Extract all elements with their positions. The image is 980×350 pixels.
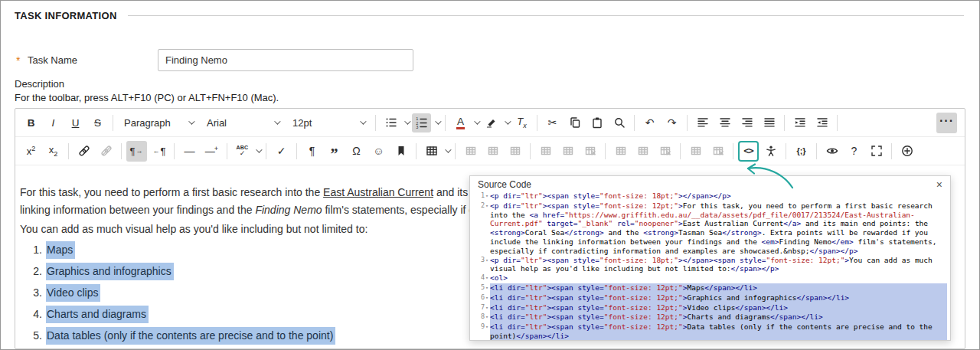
ltr-button[interactable]: ¶→ bbox=[126, 141, 147, 162]
preview-button[interactable] bbox=[822, 141, 842, 162]
strikethrough-button[interactable]: S bbox=[87, 113, 108, 133]
task-name-input[interactable] bbox=[158, 49, 413, 71]
chevron-down-icon bbox=[435, 118, 441, 124]
code-line: 8▾<li dir="ltr"><span style="font-size: … bbox=[470, 312, 947, 322]
dialog-title: Source Code bbox=[478, 179, 531, 190]
chevron-down-icon bbox=[274, 118, 280, 124]
table-op-icon bbox=[483, 142, 502, 161]
bold-button[interactable]: B bbox=[21, 113, 41, 133]
toolbar-separator bbox=[296, 143, 297, 159]
remove-link-button[interactable] bbox=[96, 141, 116, 162]
toolbar-separator bbox=[784, 115, 785, 131]
accept-suggestion-button[interactable]: ✓ bbox=[271, 141, 292, 162]
indent-icon bbox=[790, 113, 809, 132]
table-insert-col-after-button[interactable] bbox=[632, 141, 653, 162]
table-delete-row-button[interactable] bbox=[580, 141, 600, 162]
fold-arrow-icon: ▾ bbox=[485, 305, 488, 311]
close-icon[interactable]: × bbox=[935, 179, 944, 190]
toolbar-separator bbox=[174, 143, 175, 159]
align-center-button[interactable] bbox=[714, 113, 735, 133]
outdent-button[interactable] bbox=[812, 113, 832, 133]
highlight-color-button[interactable] bbox=[481, 113, 510, 133]
source-code-editor[interactable]: 1▾<p dir="ltr"><span style="font-size: 1… bbox=[470, 191, 950, 340]
table-properties-button[interactable] bbox=[685, 141, 706, 162]
pilcrow-icon: ¶ bbox=[302, 142, 322, 161]
list-item-number: 4. bbox=[31, 306, 42, 322]
blockquote-button[interactable]: ” bbox=[324, 141, 345, 162]
underline-button[interactable]: U bbox=[65, 113, 86, 133]
emoticons-button[interactable]: ☺ bbox=[368, 141, 389, 162]
search-button[interactable] bbox=[609, 113, 629, 133]
table-button[interactable] bbox=[421, 141, 450, 162]
paragraph-format-select[interactable]: Paragraph bbox=[118, 113, 199, 133]
superscript-button[interactable]: x2 bbox=[21, 141, 41, 162]
special-character-button[interactable]: Ω bbox=[346, 141, 367, 162]
font-size-select[interactable]: 12pt bbox=[286, 113, 371, 133]
east-australian-current-link[interactable]: East Australian Current bbox=[323, 186, 433, 198]
toolbar-separator bbox=[113, 115, 113, 131]
page-break-button[interactable]: —+ bbox=[201, 141, 222, 162]
more-toolbar-button[interactable]: ··· bbox=[936, 113, 957, 133]
line-number: 5▾ bbox=[470, 283, 490, 293]
hr-icon: — bbox=[180, 142, 199, 161]
list-ol-icon: 123 bbox=[412, 113, 431, 132]
toolbar-separator bbox=[445, 115, 446, 131]
code-sample-button[interactable]: {;} bbox=[791, 141, 812, 162]
spellcheck-button[interactable]: ABC✓ bbox=[232, 141, 261, 162]
accessibility-checker-button[interactable] bbox=[760, 141, 781, 162]
copy-icon bbox=[565, 113, 584, 132]
table-op-icon bbox=[461, 142, 480, 161]
table-insert-row-below-button[interactable] bbox=[557, 141, 578, 162]
rtl-button[interactable]: ←¶ bbox=[149, 141, 169, 162]
align-left-button[interactable] bbox=[692, 113, 713, 133]
font-family-select[interactable]: Arial bbox=[201, 113, 285, 133]
table-delete-col-button[interactable] bbox=[655, 141, 675, 162]
add-content-button[interactable] bbox=[897, 141, 917, 162]
table-insert-row-above-button[interactable] bbox=[535, 141, 556, 162]
help-button[interactable]: ? bbox=[844, 141, 864, 162]
insert-link-button[interactable] bbox=[74, 141, 94, 162]
indent-button[interactable] bbox=[789, 113, 810, 133]
paste-button[interactable] bbox=[586, 113, 607, 133]
toolbar-separator bbox=[687, 115, 688, 131]
required-marker: * bbox=[16, 54, 21, 67]
toolbar-separator bbox=[416, 143, 416, 159]
text-color-button[interactable]: A bbox=[450, 113, 479, 133]
copy-button[interactable] bbox=[564, 113, 585, 133]
chevron-down-icon bbox=[445, 146, 451, 152]
bullet-list-button[interactable] bbox=[381, 113, 410, 133]
undo-button[interactable]: ↶ bbox=[639, 113, 660, 133]
list-item-text: Video clips bbox=[46, 284, 100, 302]
eye-icon bbox=[822, 142, 841, 161]
line-number: 1▾ bbox=[470, 191, 490, 201]
task-name-label: Task Name bbox=[28, 54, 158, 66]
plus-circle-icon bbox=[897, 142, 916, 161]
table-cell-properties-button[interactable] bbox=[460, 141, 481, 162]
fullscreen-button[interactable] bbox=[866, 141, 887, 162]
code-line: 5▾<li dir="ltr"><span style="font-size: … bbox=[470, 283, 947, 293]
cut-button[interactable]: ✂ bbox=[542, 113, 563, 133]
anchor-button[interactable] bbox=[390, 141, 411, 162]
chevron-down-icon bbox=[360, 118, 366, 124]
table-split-cell-button[interactable] bbox=[505, 141, 525, 162]
code-line: 4▾<ol> bbox=[470, 273, 947, 283]
numbered-list-button[interactable]: 123 bbox=[411, 113, 440, 133]
code-sample-icon: {;} bbox=[792, 142, 811, 161]
subscript-button[interactable]: x2 bbox=[43, 141, 64, 162]
show-invisibles-button[interactable]: ¶ bbox=[302, 141, 322, 162]
table-delete-button[interactable] bbox=[707, 141, 728, 162]
search-icon bbox=[609, 113, 629, 132]
horizontal-rule-button[interactable]: — bbox=[179, 141, 200, 162]
table-insert-col-before-button[interactable] bbox=[610, 141, 631, 162]
code-line: 3▾<p dir="ltr"><span style="font-size: 1… bbox=[470, 256, 947, 274]
align-right-button[interactable] bbox=[737, 113, 757, 133]
table-merge-cells-button[interactable] bbox=[482, 141, 503, 162]
italic-button[interactable]: I bbox=[43, 113, 64, 133]
task-name-field-row: * Task Name bbox=[16, 49, 413, 71]
redo-button[interactable]: ↷ bbox=[662, 113, 682, 133]
line-number: 9▾ bbox=[470, 322, 490, 340]
justify-button[interactable] bbox=[759, 113, 779, 133]
check-icon: ✓ bbox=[272, 142, 291, 161]
clear-formatting-button[interactable]: Tx bbox=[511, 113, 532, 133]
source-code-button[interactable]: <> bbox=[738, 141, 759, 162]
